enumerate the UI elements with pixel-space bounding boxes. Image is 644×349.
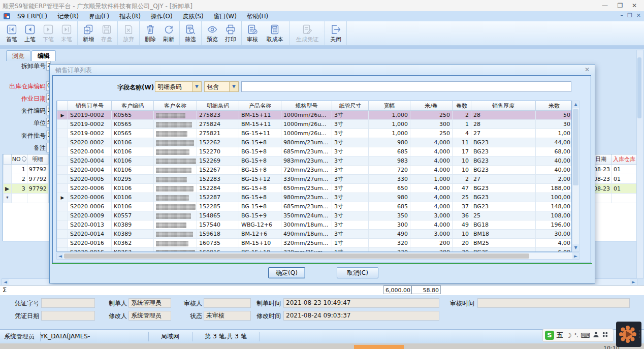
dialog-close-icon[interactable]: ✕ xyxy=(585,66,590,73)
table-row[interactable]: S2020-0016K0362160735BM-15+10320mm/25um.… xyxy=(57,239,572,248)
column-header[interactable]: 产品名称 xyxy=(239,101,281,111)
cell: K0565 xyxy=(112,111,154,120)
cell: 1000mm/26u... xyxy=(281,120,332,129)
grid-vertical-scrollbar[interactable]: ▲ ▼ xyxy=(572,101,579,252)
print-button[interactable]: 打印 xyxy=(221,21,240,45)
cell: BG-15+8 xyxy=(239,184,281,193)
first-record-button[interactable]: 首笔 xyxy=(3,21,21,45)
tab-browse[interactable]: 浏览 xyxy=(6,50,30,61)
column-header[interactable]: 米/卷 xyxy=(410,101,453,111)
table-row[interactable]: S2020-0006K0106152284BG-15+8650mm/23um..… xyxy=(57,184,572,193)
table-row[interactable]: S2020-0013K0389157540WBG-12+6300mm/18um.… xyxy=(57,220,572,230)
cost-button[interactable]: 取成本 xyxy=(262,21,288,45)
column-header[interactable]: 规格型号 xyxy=(281,101,332,111)
table-row[interactable]: 197792 xyxy=(4,165,49,174)
column-header[interactable]: 销售厚度 xyxy=(471,101,536,111)
menu-item[interactable]: 窗口(W) xyxy=(209,11,242,21)
exit-button[interactable]: 关闭 xyxy=(327,21,345,45)
table-row[interactable]: S2020-0004K0106152270BG-15+8685mm/23um..… xyxy=(57,147,572,156)
preview-button[interactable]: 预览 xyxy=(203,21,221,45)
keyboard-icon[interactable]: ⌨ xyxy=(581,332,590,339)
table-row[interactable]: ▶397792 xyxy=(4,184,49,194)
restore-icon[interactable]: ❐ xyxy=(613,0,628,11)
footer-field: 2021-08-24 09:03:37 xyxy=(283,311,439,321)
new-row[interactable]: * xyxy=(4,194,49,203)
table-row[interactable]: ▶S2020-0006K0106152287BG-15+8980mm/23um.… xyxy=(57,193,572,202)
table-row[interactable]: S2019-0002K0565275824BM-15+111000mm/26u.… xyxy=(57,120,572,129)
filter-button[interactable]: 筛选 xyxy=(181,21,200,45)
ok-button[interactable]: 确定(Q) xyxy=(268,267,305,278)
grid-horizontal-scrollbar[interactable]: ◄ ► xyxy=(56,252,579,260)
table-row[interactable]: S2020-0014K0389159618BM-12+6490mm/18um..… xyxy=(57,230,572,239)
prev-record-button[interactable]: 上笔 xyxy=(21,21,39,45)
menu-item[interactable]: 报表(R) xyxy=(114,11,146,21)
column-header[interactable]: 卷数 xyxy=(453,101,471,111)
refresh-button[interactable]: 刷新 xyxy=(159,21,178,45)
table-row[interactable]: 08-2301 xyxy=(590,165,637,174)
row-indicator xyxy=(57,211,68,220)
column-header[interactable]: 米数 xyxy=(536,101,572,111)
table-row[interactable]: S2019-0002K0565275821BG-15+111000mm/26u.… xyxy=(57,129,572,138)
moon-icon[interactable]: ☽ xyxy=(566,332,572,339)
grid-icon[interactable] xyxy=(602,331,608,339)
new-button[interactable]: 新增 xyxy=(79,21,98,45)
drag-handle-icon[interactable]: ••• xyxy=(638,330,640,339)
filter-value-input[interactable] xyxy=(241,81,571,92)
column-header[interactable]: 明细条码 xyxy=(197,101,239,111)
main-vertical-scrollbar[interactable] xyxy=(636,50,643,279)
scrollbar-thumb[interactable] xyxy=(64,253,529,259)
chevron-down-icon[interactable]: ▼ xyxy=(229,82,238,91)
menu-item[interactable]: 操作(O) xyxy=(146,11,178,21)
table-row[interactable]: S2020-0002K0106152262BG-15+8980mm/23um..… xyxy=(57,138,572,147)
tab-edit[interactable]: 编辑 xyxy=(31,50,56,61)
mdi-restore-icon[interactable]: ❐ xyxy=(627,12,632,19)
column-header[interactable]: 销售订单号 xyxy=(68,101,112,111)
table-row[interactable]: S2020-0004K0106152269BG-15+8983mm/23um..… xyxy=(57,156,572,166)
scroll-down-icon[interactable]: ▼ xyxy=(572,244,579,251)
menu-item[interactable]: 界面(F) xyxy=(84,11,114,21)
delete-button[interactable]: 删除 xyxy=(141,21,159,45)
sum-total-qty: 58.80 xyxy=(411,285,441,294)
scrollbar-thumb[interactable] xyxy=(573,109,578,185)
mdi-minimize-icon[interactable]: – xyxy=(620,12,623,19)
table-row[interactable]: S2020-0006K0106152285BG-15+8685mm/23um..… xyxy=(57,202,572,211)
audit-button[interactable]: 审核 xyxy=(243,21,262,45)
table-row[interactable]: 08-2301 xyxy=(590,174,637,184)
close-icon[interactable]: ✕ xyxy=(627,0,642,11)
column-header-barcode[interactable]: 明细 xyxy=(27,154,48,165)
filter-operator-combobox[interactable]: 包含 ▼ xyxy=(204,81,239,92)
menu-item[interactable]: 帮助(H) xyxy=(242,11,273,21)
column-header[interactable]: 客户名称 xyxy=(154,101,197,111)
form-label: 作业日期 xyxy=(1,94,46,103)
sogou-input-icon[interactable]: S xyxy=(545,331,554,340)
menu-item[interactable]: 记录(R) xyxy=(52,11,84,21)
scroll-up-icon[interactable]: ▲ xyxy=(572,101,579,108)
scroll-left-icon[interactable]: ◄ xyxy=(57,253,63,259)
table-row[interactable]: S2020-0016K0362160016BG-15+10320mm/25um.… xyxy=(57,248,572,252)
ime-mode-label[interactable]: 五 xyxy=(557,331,563,340)
menu-item[interactable]: 皮肤(S) xyxy=(178,11,209,21)
column-header-warehouse[interactable]: 入库仓库 xyxy=(611,154,636,165)
filter-field-combobox[interactable]: 明细条码 ▼ xyxy=(155,81,202,92)
cell: 108,00 xyxy=(536,211,572,220)
chevron-down-icon[interactable]: ▼ xyxy=(192,82,201,91)
scroll-right-icon[interactable]: ► xyxy=(572,253,579,259)
mdi-close-icon[interactable]: ✕ xyxy=(636,12,641,19)
column-header-no[interactable]: NO xyxy=(11,154,27,165)
person-icon[interactable] xyxy=(593,331,599,339)
table-row[interactable]: S2020-0004K0106152267BG-15+8720mm/23um..… xyxy=(57,166,572,175)
punctuation-icon[interactable]: °, xyxy=(574,333,578,338)
minimize-icon[interactable]: — xyxy=(597,0,613,11)
table-row[interactable]: 297792 xyxy=(4,174,49,184)
table-row[interactable]: S2020-0005K0295152283BG-15+12330mm/27um.… xyxy=(57,175,572,184)
cancel-button[interactable]: 取消(C) xyxy=(337,267,378,278)
recorder-app-icon[interactable]: ••• xyxy=(616,322,641,347)
table-row[interactable]: S2020-0009K0557154865BG-15+9350mm/24um..… xyxy=(57,211,572,220)
table-row[interactable]: 08-2301 xyxy=(590,184,637,194)
column-header[interactable]: 纸管尺寸 xyxy=(332,101,369,111)
cell-no xyxy=(11,194,27,203)
table-row[interactable]: ▶S2019-0002K0565275823BM-15+111000mm/26u… xyxy=(57,111,572,120)
column-header[interactable]: 客户编码 xyxy=(112,101,154,111)
menu-item[interactable]: S9 ERP(E) xyxy=(12,11,52,21)
column-header[interactable]: 宽幅 xyxy=(369,101,410,111)
